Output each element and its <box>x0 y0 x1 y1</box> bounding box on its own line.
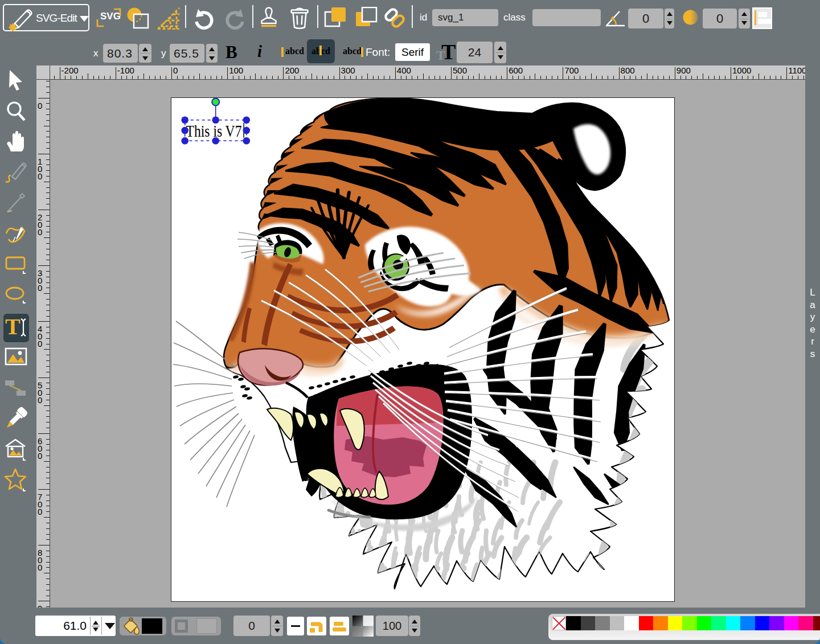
svg-text:This is V7: This is V7 <box>186 122 242 140</box>
